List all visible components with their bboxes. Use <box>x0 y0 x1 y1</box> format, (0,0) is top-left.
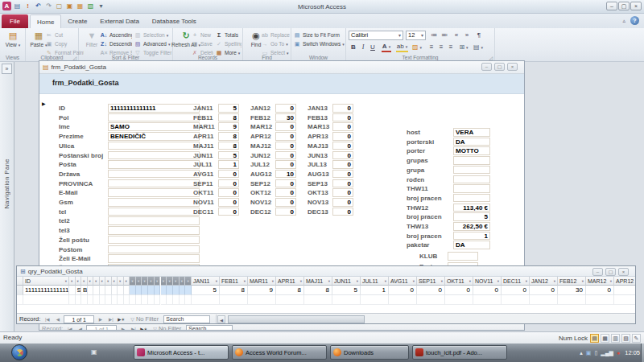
sort-dropdown-icon[interactable]: ▾ <box>582 277 584 285</box>
sort-dropdown-icon[interactable]: ▾ <box>413 277 415 285</box>
close-button[interactable]: × <box>618 268 629 276</box>
field-tel2[interactable] <box>108 216 200 225</box>
cell-jun11[interactable]: 5 <box>332 286 361 295</box>
italic-button[interactable]: I <box>358 43 368 52</box>
cell-feb11[interactable]: 8 <box>220 286 248 295</box>
empty-cell[interactable] <box>69 295 76 305</box>
plain-column-header-7[interactable]: ▾ <box>112 277 118 286</box>
new-object-icon[interactable]: ▢ <box>55 2 64 10</box>
field-sep11[interactable]: 0 <box>218 179 239 188</box>
taskbar-button-access-world-forum[interactable]: Access World Forum... <box>232 345 327 360</box>
field-jan11[interactable]: 5 <box>218 104 239 113</box>
numbering-button[interactable]: ≕ <box>440 31 449 40</box>
empty-cell[interactable] <box>88 295 94 305</box>
field-broj-pracen-11[interactable]: 1 <box>453 232 490 241</box>
sel-column-header-3[interactable]: ▾ <box>148 277 155 286</box>
field-nov12[interactable]: 0 <box>275 198 296 207</box>
sel-cell-5[interactable] <box>161 286 167 295</box>
field-dr-ava[interactable] <box>108 170 200 179</box>
align-left-button[interactable]: ≡ <box>427 43 436 52</box>
cell-id[interactable]: 11111111111111 <box>23 286 69 295</box>
empty-cell[interactable] <box>76 295 82 305</box>
cell-jan11[interactable]: 5 <box>192 286 220 295</box>
cut-button[interactable]: ✂Cut <box>45 31 84 39</box>
volume-icon[interactable]: ● <box>617 349 620 356</box>
taskbar-clock[interactable]: 12:05 <box>625 349 640 356</box>
taskbar-button-microsoft-access-t[interactable]: Microsoft Access - t... <box>134 345 229 360</box>
cell-feb12[interactable]: 30 <box>558 286 586 295</box>
sort-dropdown-icon[interactable]: ▾ <box>150 277 151 285</box>
column-header-mar11[interactable]: MAR11▾ <box>248 277 276 286</box>
field-feb13[interactable]: 0 <box>332 113 353 122</box>
field-grupas-3[interactable] <box>453 156 490 165</box>
bold-button[interactable]: B <box>349 43 358 52</box>
background-fill-button[interactable]: ▨ <box>412 43 422 52</box>
scrollbar-thumb[interactable] <box>228 315 365 323</box>
field-maj12[interactable]: 0 <box>275 142 296 150</box>
sel-cell-9[interactable] <box>185 286 192 295</box>
tab-create[interactable]: Create <box>61 14 93 28</box>
empty-cell[interactable] <box>530 295 558 305</box>
field-thw13-10[interactable]: 262,50 € <box>453 222 490 231</box>
alternate-row-color-button[interactable]: ▤ <box>473 43 483 52</box>
plain-column-header-2[interactable]: ▾ <box>81 277 88 286</box>
show-desktop-button[interactable] <box>641 343 644 362</box>
empty-cell[interactable] <box>136 295 142 305</box>
field-klub[interactable] <box>448 252 478 261</box>
empty-cell[interactable] <box>100 295 106 305</box>
field-prezime[interactable]: BENEDIČIČ <box>108 132 200 141</box>
column-header-avg11[interactable]: AVG11▾ <box>389 277 417 286</box>
new-record-button[interactable]: ▶∗ <box>117 315 126 323</box>
cell-jan12[interactable]: 0 <box>530 286 558 295</box>
replace-button[interactable]: abReplace <box>261 31 290 39</box>
cell-apr11[interactable]: 8 <box>276 286 304 295</box>
plain-column-header-1[interactable]: ▾ <box>76 277 82 286</box>
column-header-jul11[interactable]: JUL11▾ <box>361 277 389 286</box>
column-header-feb12[interactable]: FEB12▾ <box>558 277 586 286</box>
title-bar[interactable]: Microsoft Access A▤!↶↷▢▣▦▧▾ –▢× <box>0 0 644 14</box>
field-dec13[interactable]: 0 <box>332 208 353 216</box>
switch-windows-button[interactable]: ▣Switch Windows <box>293 39 345 48</box>
plain-cell-3[interactable] <box>88 286 94 295</box>
cell-mar12[interactable]: 0 <box>586 286 614 295</box>
empty-cell[interactable] <box>130 295 136 305</box>
field-mar13[interactable]: 0 <box>332 122 353 131</box>
empty-cell[interactable] <box>148 295 155 305</box>
bullets-button[interactable]: ≔ <box>429 31 439 40</box>
field-jul12[interactable]: 0 <box>275 160 296 169</box>
empty-cell[interactable] <box>473 295 502 305</box>
field-nov13[interactable]: 0 <box>332 198 353 207</box>
plain-column-header-4[interactable]: ▾ <box>93 277 100 286</box>
field-porterski-1[interactable]: DA <box>453 138 490 146</box>
qat-more-icon[interactable]: ▾ <box>97 2 105 10</box>
column-header-jan12[interactable]: JAN12▾ <box>530 277 558 286</box>
field-feb11[interactable]: 8 <box>218 113 239 122</box>
sel-cell-8[interactable] <box>180 286 186 295</box>
column-header-mar12[interactable]: MAR12▾ <box>586 277 614 286</box>
ascending-button[interactable]: A↓Ascending <box>100 31 132 39</box>
decrease-indent-button[interactable]: « <box>452 31 461 40</box>
field-maj11[interactable]: 8 <box>218 142 239 150</box>
layout-icon[interactable]: ▦ <box>76 2 85 10</box>
field-po-tom[interactable] <box>108 245 200 254</box>
sel-column-header-9[interactable]: ▾ <box>185 277 192 286</box>
cell-nov11[interactable]: 0 <box>473 286 502 295</box>
taskbar-button-touch-icit-pdf-ado[interactable]: touch_icit.pdf - Ado... <box>412 345 507 360</box>
pivotchart-view-button[interactable]: ▧ <box>621 334 630 343</box>
text-formatting-dialog-launcher[interactable]: ◿ <box>489 55 493 60</box>
sel-cell-1[interactable] <box>136 286 142 295</box>
plain-column-header-8[interactable]: ▾ <box>118 277 124 286</box>
empty-cell[interactable] <box>155 295 161 305</box>
horizontal-scrollbar[interactable]: ◀ <box>216 315 635 324</box>
close-button[interactable]: × <box>630 2 642 10</box>
field-e-mail[interactable] <box>108 188 200 197</box>
field-dec12[interactable]: 0 <box>275 208 296 216</box>
search-input[interactable] <box>186 325 233 331</box>
field-jun11[interactable]: 5 <box>218 151 239 160</box>
network-icon[interactable]: ▂▄▆ <box>601 349 613 356</box>
maximize-button[interactable]: ▢ <box>605 268 616 276</box>
empty-cell[interactable] <box>173 295 180 305</box>
column-header-jan11[interactable]: JAN11▾ <box>192 277 220 286</box>
form-window-titlebar[interactable]: ▤ frm_Podatki_Gosta –▢× <box>39 61 524 74</box>
increase-indent-button[interactable]: » <box>462 31 472 40</box>
